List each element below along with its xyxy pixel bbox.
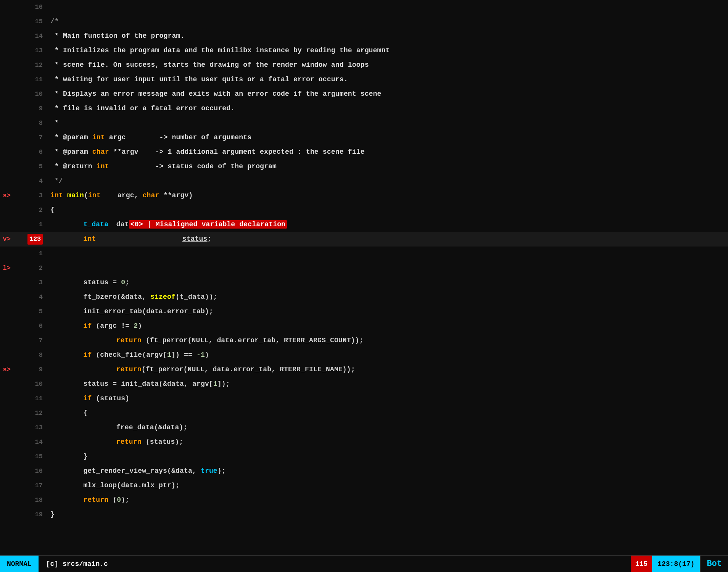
line-number: 3 [12, 278, 47, 288]
line-content: * Initializes the program data and the m… [47, 45, 728, 56]
line-8-code: 8 if (check_file(argv[1]) == -1) [0, 348, 728, 363]
line-18-code: 18 return (0); [0, 493, 728, 508]
line-16-code: 16 get_render_view_rays(&data, true); [0, 464, 728, 479]
line-2-brace: 2 { [0, 203, 728, 218]
status-mode: NORMAL [0, 556, 39, 572]
line-marker: s> [0, 191, 12, 201]
line-content: * waiting for user input until the user … [47, 74, 728, 85]
line-content: int main(int argc, char **argv) [47, 190, 728, 201]
line-number: 7 [12, 336, 47, 346]
line-number: 6 [12, 321, 47, 331]
line-content: if (status) [47, 393, 728, 404]
code-editor[interactable]: 16 15 /* 14 * Main function of the progr… [0, 0, 728, 555]
line-number: 19 [12, 510, 47, 520]
line-15: 15 /* [0, 15, 728, 29]
line-content: * @return int -> status code of the prog… [47, 161, 728, 172]
line-number: 1 [12, 249, 47, 259]
line-6-comment: 6 * @param char **argv -> 1 additional a… [0, 145, 728, 160]
line-11-code: 11 if (status) [0, 392, 728, 406]
line-number: 12 [12, 408, 47, 418]
line-content: } [47, 451, 728, 462]
line-number: 11 [12, 75, 47, 85]
line-content: * Main function of the program. [47, 31, 728, 42]
line-6-code: 6 if (argc != 2) [0, 319, 728, 334]
line-content: if (check_file(argv[1]) == -1) [47, 350, 728, 361]
status-file: [c] srcs/main.c [39, 560, 631, 568]
line-3-code: 3 status = 0; [0, 276, 728, 290]
line-16: 16 [0, 0, 728, 15]
line-4-comment: 4 */ [0, 174, 728, 189]
line-content: * @param char **argv -> 1 additional arg… [47, 147, 728, 158]
line-content: init_error_tab(data.error_tab); [47, 306, 728, 317]
code-area: 16 15 /* 14 * Main function of the progr… [0, 0, 728, 522]
line-content: if (argc != 2) [47, 321, 728, 332]
line-content: { [47, 205, 728, 216]
line-content: return(ft_perror(NULL, data.error_tab, R… [47, 364, 728, 375]
line-content: return (ft_perror(NULL, data.error_tab, … [47, 335, 728, 346]
line-number: 15 [12, 17, 47, 27]
line-number: 11 [12, 394, 47, 404]
line-7-comment: 7 * @param int argc -> number of argumen… [0, 131, 728, 145]
line-14: 14 * Main function of the program. [0, 29, 728, 44]
line-12-code: 12 { [0, 406, 728, 421]
line-11: 11 * waiting for user input until the us… [0, 73, 728, 87]
line-content: free_data(&data); [47, 422, 728, 433]
line-number: 9 [12, 104, 47, 114]
line-17-code: 17 mlx_loop(data.mlx_ptr); [0, 479, 728, 493]
line-12: 12 * scene file. On success, starts the … [0, 58, 728, 73]
line-number: 16 [12, 2, 47, 12]
line-number: 1 [12, 220, 47, 230]
line-number: 10 [12, 89, 47, 99]
line-2-blank: l> 2 [0, 261, 728, 276]
line-5-comment: 5 * @return int -> status code of the pr… [0, 160, 728, 174]
line-number: 2 [12, 205, 47, 215]
line-13: 13 * Initializes the program data and th… [0, 44, 728, 58]
line-content: status = 0; [47, 277, 728, 288]
line-content: } [47, 509, 728, 520]
line-content: */ [47, 176, 728, 187]
line-1-error: 1 t_data dat<0> | Misaligned variable de… [0, 218, 728, 232]
line-number: 123 [12, 234, 47, 245]
line-number: 5 [12, 307, 47, 317]
line-number: 8 [12, 350, 47, 360]
line-number: 4 [12, 292, 47, 302]
line-10-code: 10 status = init_data(&data, argv[1]); [0, 377, 728, 392]
line-number: 14 [12, 437, 47, 447]
line-number: 8 [12, 118, 47, 128]
line-number: 5 [12, 162, 47, 172]
line-number: 12 [12, 60, 47, 70]
line-19-code: 19 } [0, 508, 728, 522]
line-content: * [47, 118, 728, 129]
line-marker: l> [0, 263, 12, 273]
line-content: /* [47, 16, 728, 27]
line-number: 4 [12, 176, 47, 186]
line-content: * @param int argc -> number of arguments [47, 132, 728, 143]
statusbar: NORMAL [c] srcs/main.c 115 123:8(17) Bot [0, 555, 728, 572]
status-right: 115 123:8(17) Bot [631, 556, 728, 572]
line-number: 10 [12, 379, 47, 389]
line-number: 14 [12, 31, 47, 41]
line-9-code: s> 9 return(ft_perror(NULL, data.error_t… [0, 363, 728, 377]
line-number: 13 [12, 46, 47, 56]
line-content: ft_bzero(&data, sizeof(t_data)); [47, 292, 728, 303]
line-content: t_data dat<0> | Misaligned variable decl… [47, 219, 728, 230]
error-badge: <0> | Misaligned variable declaration [129, 220, 287, 229]
line-number: 7 [12, 133, 47, 143]
line-123-current: v> 123 int status; [0, 232, 728, 247]
line-number: 13 [12, 423, 47, 433]
line-content: get_render_view_rays(&data, true); [47, 466, 728, 477]
line-8-comment: 8 * [0, 116, 728, 131]
line-3-fn: s> 3 int main(int argc, char **argv) [0, 189, 728, 203]
line-content: mlx_loop(data.mlx_ptr); [47, 480, 728, 491]
line-number: 17 [12, 481, 47, 491]
line-content: * Displays an error message and exits wi… [47, 89, 728, 100]
line-content: * scene file. On success, starts the dra… [47, 60, 728, 71]
line-number: 16 [12, 466, 47, 476]
line-15-code: 15 } [0, 450, 728, 464]
line-14-code: 14 return (status); [0, 435, 728, 450]
line-number: 18 [12, 495, 47, 505]
line-content: status = init_data(&data, argv[1]); [47, 379, 728, 390]
line-10: 10 * Displays an error message and exits… [0, 87, 728, 102]
line-number: 15 [12, 452, 47, 462]
line-content: return (status); [47, 437, 728, 448]
